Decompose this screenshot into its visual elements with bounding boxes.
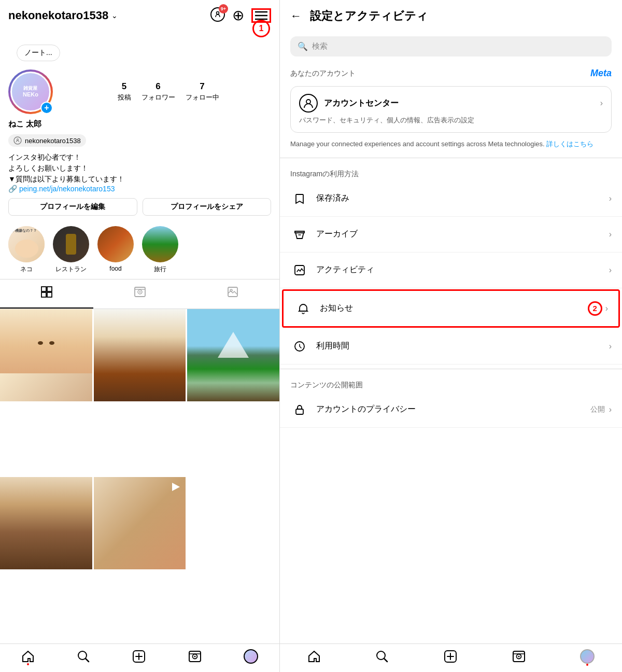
settings-item-activity[interactable]: アクティビティ › bbox=[280, 253, 622, 288]
tab-grid[interactable] bbox=[0, 279, 93, 309]
threads-small-icon bbox=[13, 136, 22, 145]
account-center-icon bbox=[299, 94, 318, 113]
add-icon[interactable]: ⊕ bbox=[232, 8, 244, 23]
avatar-wrapper: 雑貨屋 NEKo + bbox=[8, 69, 53, 114]
notification-wrapper[interactable]: 9+ bbox=[210, 7, 225, 24]
privacy-right: 公開 › bbox=[590, 405, 612, 414]
thread-username-row[interactable]: nekonekotaro1538 bbox=[8, 134, 86, 147]
svg-rect-7 bbox=[41, 287, 46, 291]
highlight-restaurant[interactable]: レストラン bbox=[53, 226, 89, 274]
highlight-travel-label: 旅行 bbox=[154, 265, 166, 274]
search-box[interactable]: 🔍 検索 bbox=[290, 36, 612, 57]
username-row[interactable]: nekonekotaro1538 ⌄ bbox=[8, 9, 118, 22]
tabs-row bbox=[0, 279, 279, 309]
step-1-label: 1 bbox=[252, 20, 270, 37]
privacy-label: アカウントのプライバシー bbox=[316, 404, 590, 415]
settings-item-notification[interactable]: お知らせ 2 › bbox=[284, 291, 618, 326]
nav-search[interactable] bbox=[77, 650, 90, 663]
grid-cell-4[interactable] bbox=[94, 477, 186, 569]
screentime-chevron: › bbox=[609, 342, 612, 351]
nav-home[interactable] bbox=[21, 650, 35, 663]
step-2-label: 2 bbox=[588, 301, 602, 316]
hamburger-wrapper: 1 bbox=[251, 8, 271, 23]
grid-cell-2[interactable] bbox=[187, 309, 279, 401]
header-icons: 9+ ⊕ 1 bbox=[210, 7, 271, 24]
back-button[interactable]: ← bbox=[290, 9, 302, 23]
followers-stat[interactable]: 6 フォロワー bbox=[142, 81, 175, 102]
grid-icon bbox=[40, 286, 53, 301]
notification-badge: 9+ bbox=[219, 4, 228, 13]
notification-chevron: 2 › bbox=[588, 301, 608, 316]
instagram-usage-label: Instagramの利用方法 bbox=[280, 162, 622, 181]
right-nav-home[interactable] bbox=[307, 650, 321, 663]
svg-point-24 bbox=[194, 656, 195, 657]
activity-label: アクティビティ bbox=[316, 264, 609, 275]
username: nekonekotaro1538 bbox=[8, 9, 108, 22]
svg-point-6 bbox=[17, 139, 19, 141]
highlight-travel[interactable]: 旅行 bbox=[142, 226, 178, 274]
svg-point-1 bbox=[217, 12, 219, 15]
saved-chevron: › bbox=[609, 194, 612, 203]
svg-line-31 bbox=[384, 659, 387, 662]
nav-profile-avatar bbox=[244, 649, 258, 664]
profile-section: 雑貨屋 NEKo + 5 投稿 6 フォロワー 7 bbox=[0, 69, 279, 193]
account-center-top: アカウントセンター › bbox=[299, 94, 603, 113]
right-nav-reels[interactable] bbox=[512, 650, 526, 663]
settings-item-archive[interactable]: アーカイブ › bbox=[280, 217, 622, 253]
right-nav-profile[interactable] bbox=[580, 649, 595, 664]
right-nav-add[interactable] bbox=[444, 650, 457, 663]
highlight-neko-circle: 不機嫌なの？？ bbox=[8, 226, 45, 262]
profile-header: nekonekotaro1538 ⌄ 9+ ⊕ bbox=[0, 0, 279, 31]
meta-logo: Meta bbox=[590, 68, 612, 79]
svg-point-37 bbox=[518, 656, 519, 657]
settings-item-screentime[interactable]: 利用時間 › bbox=[280, 329, 622, 365]
right-title: 設定とアクティビティ bbox=[310, 8, 428, 24]
highlight-food-circle bbox=[97, 226, 134, 262]
add-story-button[interactable]: + bbox=[40, 102, 53, 114]
following-stat[interactable]: 7 フォロー中 bbox=[186, 81, 219, 102]
avatar-store-text: 雑貨屋 NEKo bbox=[23, 86, 38, 98]
nav-add[interactable] bbox=[132, 650, 146, 663]
nav-reels[interactable] bbox=[188, 650, 202, 663]
settings-item-privacy[interactable]: アカウントのプライバシー 公開 › bbox=[280, 392, 622, 428]
reels-badge bbox=[170, 481, 181, 495]
note-button[interactable]: ノート... bbox=[17, 45, 60, 61]
photo-grid bbox=[0, 309, 279, 643]
left-panel: nekonekotaro1538 ⌄ 9+ ⊕ bbox=[0, 0, 280, 672]
grid-cell-0[interactable] bbox=[0, 309, 92, 401]
your-account-label: あなたのアカウント bbox=[290, 69, 356, 78]
search-input[interactable]: 検索 bbox=[312, 41, 328, 51]
meta-learn-more-link[interactable]: 詳しくはこちら bbox=[546, 140, 593, 148]
right-bottom-nav bbox=[280, 643, 622, 672]
highlight-food[interactable]: food bbox=[97, 226, 134, 274]
grid-cell-3[interactable] bbox=[0, 477, 92, 569]
tagged-icon bbox=[227, 286, 239, 301]
following-count: 7 bbox=[200, 81, 204, 92]
saved-label: 保存済み bbox=[316, 193, 609, 204]
meta-manage-text: Manage your connected experiences and ac… bbox=[280, 135, 622, 153]
grid-cell-1[interactable] bbox=[94, 309, 186, 401]
right-nav-search[interactable] bbox=[375, 650, 389, 663]
divider-1 bbox=[280, 158, 622, 158]
posts-label: 投稿 bbox=[118, 93, 131, 102]
nav-profile[interactable] bbox=[244, 649, 258, 664]
bio-link[interactable]: peing.net/ja/nekonekotaro153 bbox=[19, 185, 115, 193]
share-profile-button[interactable]: プロフィールをシェア bbox=[143, 198, 272, 216]
bio: インスタ初心者です！ よろしくお願いします！ ▼質問は以下より募集しています！ … bbox=[8, 152, 271, 193]
highlight-neko[interactable]: 不機嫌なの？？ ネコ bbox=[8, 226, 45, 274]
account-center-title: アカウントセンター bbox=[324, 98, 594, 109]
chevron-down-icon[interactable]: ⌄ bbox=[111, 11, 118, 20]
right-nav-profile-avatar bbox=[580, 649, 595, 664]
edit-profile-button[interactable]: プロフィールを編集 bbox=[8, 198, 137, 216]
account-center-card[interactable]: アカウントセンター › パスワード、セキュリティ、個人の情報、広告表示の設定 bbox=[290, 86, 612, 133]
display-name: ねこ 太郎 bbox=[8, 119, 271, 129]
notification-label: お知らせ bbox=[320, 303, 588, 314]
highlights-section: 不機嫌なの？？ ネコ レストラン food bbox=[0, 221, 279, 279]
settings-item-saved[interactable]: 保存済み › bbox=[280, 181, 622, 217]
posts-stat: 5 投稿 bbox=[118, 81, 131, 102]
tab-tagged[interactable] bbox=[186, 279, 279, 309]
left-bottom-nav bbox=[0, 643, 279, 672]
tab-reels[interactable] bbox=[93, 279, 187, 309]
search-container: 🔍 検索 bbox=[280, 32, 622, 63]
svg-point-13 bbox=[139, 291, 140, 293]
